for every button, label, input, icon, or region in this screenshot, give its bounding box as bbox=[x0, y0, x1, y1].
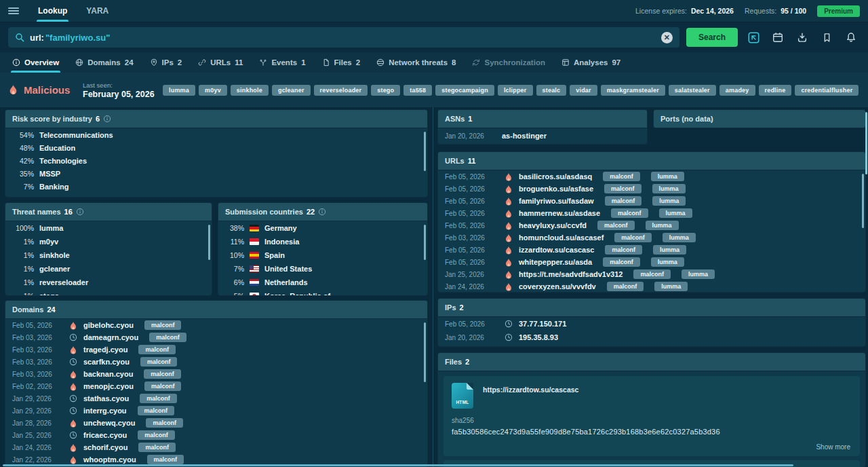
malconf-badge[interactable]: malconf bbox=[149, 333, 186, 342]
risk-scrollbar[interactable] bbox=[424, 132, 426, 171]
threat-tag[interactable]: lumma bbox=[163, 85, 195, 96]
malconf-badge[interactable]: malconf bbox=[138, 430, 175, 440]
industry-row[interactable]: 48% Education bbox=[5, 141, 427, 154]
threat-name-row[interactable]: 1% sinkhole bbox=[5, 248, 212, 262]
industry-row[interactable]: 54% Telecommunications bbox=[5, 128, 427, 141]
threat-tag[interactable]: vidar bbox=[570, 85, 597, 96]
malconf-badge[interactable]: malconf bbox=[614, 233, 652, 242]
threat-tag[interactable]: amadey bbox=[719, 85, 755, 96]
url-row[interactable]: Jan 24, 2026 coverxyzen.su/vvvfdv malcon… bbox=[438, 280, 865, 292]
domain-row[interactable]: Jan 29, 2026 interrg.cyou malconf bbox=[5, 405, 427, 417]
country-row[interactable]: 5% Korea, Republic of bbox=[218, 289, 427, 295]
menu-icon[interactable] bbox=[8, 6, 19, 16]
tab-domains[interactable]: Domains24 bbox=[67, 52, 141, 73]
threat-tag[interactable]: reverseloader bbox=[314, 85, 368, 96]
clear-search-button[interactable]: ✕ bbox=[661, 32, 673, 43]
url-row[interactable]: Feb 03, 2026 homuncloud.su/ascasef malco… bbox=[438, 231, 865, 244]
threat-tag[interactable]: salatstealer bbox=[669, 85, 716, 96]
malconf-badge[interactable]: malconf bbox=[138, 443, 176, 452]
open-query-icon[interactable] bbox=[745, 29, 762, 46]
threat-tag[interactable]: m0yv bbox=[199, 85, 227, 96]
country-row[interactable]: 10% Spain bbox=[218, 248, 427, 262]
threat-name-row[interactable]: 1% gcleaner bbox=[5, 262, 212, 276]
threat-badge[interactable]: lumma bbox=[682, 269, 715, 279]
industry-row[interactable]: 2% Health bbox=[5, 193, 427, 197]
malconf-badge[interactable]: malconf bbox=[138, 406, 175, 415]
malconf-badge[interactable]: malconf bbox=[146, 418, 183, 428]
malconf-badge[interactable]: malconf bbox=[603, 257, 640, 267]
threat-tag[interactable]: lclipper bbox=[498, 85, 533, 96]
threat-name-row[interactable]: 1% stego bbox=[5, 289, 212, 295]
threat-badge[interactable]: lumma bbox=[654, 282, 688, 291]
malconf-badge[interactable]: malconf bbox=[611, 208, 648, 218]
industry-row[interactable]: 7% Banking bbox=[5, 180, 427, 193]
malconf-badge[interactable]: malconf bbox=[604, 184, 642, 193]
info-icon[interactable] bbox=[76, 208, 84, 216]
info-icon[interactable] bbox=[318, 208, 326, 216]
bell-icon[interactable] bbox=[842, 29, 860, 46]
malconf-badge[interactable]: malconf bbox=[605, 245, 642, 255]
malconf-badge[interactable]: malconf bbox=[603, 172, 640, 181]
file-card[interactable]: HTML https://izzardtow.su/cascasc sha256… bbox=[443, 376, 860, 456]
threat-badge[interactable]: lumma bbox=[653, 245, 686, 255]
threat-tag[interactable]: stego bbox=[371, 85, 400, 96]
domain-row[interactable]: Feb 03, 2026 scarfkn.cyou malconf bbox=[5, 356, 427, 368]
url-row[interactable]: Feb 05, 2026 basilicros.su/asdasq malcon… bbox=[438, 170, 865, 183]
malconf-badge[interactable]: malconf bbox=[607, 282, 644, 291]
bookmark-icon[interactable] bbox=[818, 29, 835, 46]
malconf-badge[interactable]: malconf bbox=[147, 455, 184, 464]
industry-row[interactable]: 42% Technologies bbox=[5, 154, 427, 167]
url-row[interactable]: Feb 05, 2026 izzardtow.su/cascasc malcon… bbox=[438, 244, 865, 256]
threat-badge[interactable]: lumma bbox=[646, 221, 679, 230]
asn-row[interactable]: Jan 20, 2026 as-hostinger bbox=[438, 128, 647, 143]
malconf-badge[interactable]: malconf bbox=[140, 394, 177, 403]
threat-badge[interactable]: lumma bbox=[659, 208, 692, 218]
tab-yara[interactable]: YARA bbox=[77, 0, 118, 22]
url-row[interactable]: Feb 05, 2026 heavyluxy.su/ccvfd malconf … bbox=[438, 219, 865, 231]
country-row[interactable]: 6% Netherlands bbox=[218, 276, 427, 289]
domains-scrollbar[interactable] bbox=[424, 322, 426, 382]
threat-name-row[interactable]: 1% reverseloader bbox=[5, 276, 212, 289]
threat-name-row[interactable]: 100% lumma bbox=[5, 221, 212, 235]
threat-badge[interactable]: lumma bbox=[652, 184, 686, 193]
tab-analyses[interactable]: Analyses97 bbox=[553, 52, 629, 73]
tab-synchronization[interactable]: Synchronization bbox=[464, 52, 553, 73]
ip-row[interactable]: Jan 20, 2026 195.35.8.93 bbox=[438, 331, 865, 344]
malconf-badge[interactable]: malconf bbox=[597, 221, 635, 230]
threat-badge[interactable]: lumma bbox=[651, 172, 684, 181]
urls-scrollbar[interactable] bbox=[862, 174, 864, 228]
show-more-link[interactable]: Show more bbox=[816, 443, 850, 451]
threat-tag[interactable]: credentialflusher bbox=[795, 85, 859, 96]
domain-row[interactable]: Feb 05, 2026 gibelohc.cyou malconf bbox=[5, 319, 427, 331]
tab-lookup[interactable]: Lookup bbox=[28, 0, 77, 22]
file-source-url[interactable]: https://izzardtow.su/cascasc bbox=[483, 386, 578, 394]
domain-row[interactable]: Jan 25, 2026 fricaec.cyou malconf bbox=[5, 429, 427, 441]
threat-tag[interactable]: sinkhole bbox=[231, 85, 269, 96]
url-row[interactable]: Feb 05, 2026 hammernew.su/asdase malconf… bbox=[438, 207, 865, 219]
search-button[interactable]: Search bbox=[686, 28, 738, 47]
tab-events[interactable]: Events1 bbox=[251, 52, 313, 73]
threat-tag[interactable]: stealc bbox=[536, 85, 567, 96]
threat-tag[interactable]: redline bbox=[759, 85, 792, 96]
tab-files[interactable]: Files2 bbox=[314, 52, 369, 73]
threat-badge[interactable]: lumma bbox=[663, 233, 696, 242]
page-vertical-scrollbar[interactable] bbox=[865, 112, 867, 174]
malconf-badge[interactable]: malconf bbox=[138, 345, 176, 354]
domain-row[interactable]: Feb 03, 2026 tragedj.cyou malconf bbox=[5, 343, 427, 356]
calendar-icon[interactable] bbox=[769, 29, 787, 46]
url-row[interactable]: Jan 25, 2026 https://t.me/sadvdfsadv1v31… bbox=[438, 268, 865, 280]
tab-network-threats[interactable]: Network threats8 bbox=[368, 52, 464, 73]
malconf-badge[interactable]: malconf bbox=[605, 196, 642, 206]
country-row[interactable]: 11% Indonesia bbox=[218, 235, 427, 248]
sha256-hash[interactable]: fa5b30586cec2473d9a55fe909d8e75ba1726c29… bbox=[452, 428, 852, 436]
url-row[interactable]: Feb 05, 2026 whitepepper.su/asda malconf… bbox=[438, 256, 865, 268]
malconf-badge[interactable]: malconf bbox=[633, 269, 671, 279]
url-row[interactable]: Feb 05, 2026 broguenko.su/asfase malconf… bbox=[438, 183, 865, 195]
download-icon[interactable] bbox=[793, 29, 811, 46]
threat-tag[interactable]: ta558 bbox=[403, 85, 432, 96]
page-horizontal-scrollbar[interactable] bbox=[3, 464, 793, 466]
industry-row[interactable]: 35% MSSP bbox=[5, 167, 427, 180]
domain-row[interactable]: Feb 03, 2026 backnan.cyou malconf bbox=[5, 368, 427, 380]
country-row[interactable]: 38% Germany bbox=[218, 221, 427, 235]
malconf-badge[interactable]: malconf bbox=[144, 381, 182, 391]
